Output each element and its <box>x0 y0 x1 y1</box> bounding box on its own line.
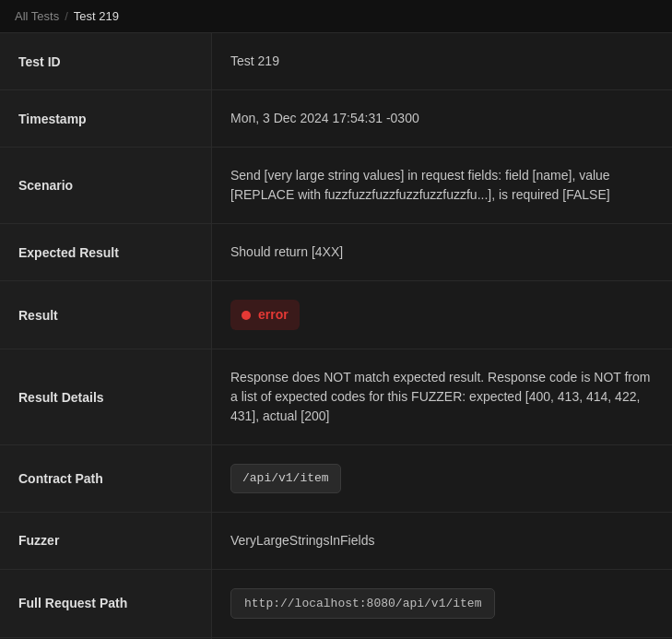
table-row: Contract Path/api/v1/item <box>0 445 672 513</box>
table-row: Expected ResultShould return [4XX] <box>0 224 672 281</box>
table-row: FuzzerVeryLargeStringsInFields <box>0 513 672 570</box>
row-value: Should return [4XX] <box>212 224 672 280</box>
detail-content: Test IDTest 219TimestampMon, 3 Dec 2024 … <box>0 33 672 639</box>
row-value: Send [very large string values] in reque… <box>212 148 672 223</box>
breadcrumb-separator: / <box>65 9 68 23</box>
row-label: Full Request Path <box>0 570 212 638</box>
row-value: http://localhost:8080/api/v1/item <box>212 570 672 638</box>
table-row: Result DetailsResponse does NOT match ex… <box>0 349 672 445</box>
row-value: Response does NOT match expected result.… <box>212 349 672 444</box>
row-label: Expected Result <box>0 224 212 280</box>
contract-path-badge: /api/v1/item <box>230 464 341 493</box>
row-value: VeryLargeStringsInFields <box>212 513 672 569</box>
row-value: error <box>212 281 672 349</box>
table-row: Full Request Pathhttp://localhost:8080/a… <box>0 570 672 639</box>
breadcrumb-all-tests[interactable]: All Tests <box>15 9 59 23</box>
row-value: Mon, 3 Dec 2024 17:54:31 -0300 <box>212 90 672 147</box>
row-value: /api/v1/item <box>212 445 672 512</box>
error-badge: error <box>230 300 300 330</box>
row-label: Contract Path <box>0 445 212 512</box>
row-value: Test 219 <box>212 33 672 89</box>
table-row: Test IDTest 219 <box>0 33 672 90</box>
row-label: Timestamp <box>0 90 212 147</box>
url-badge: http://localhost:8080/api/v1/item <box>230 588 495 620</box>
breadcrumb: All Tests / Test 219 <box>0 0 672 33</box>
error-label: error <box>258 305 289 325</box>
breadcrumb-current: Test 219 <box>74 9 119 23</box>
row-label: Scenario <box>0 148 212 223</box>
row-label: Test ID <box>0 33 212 89</box>
error-dot <box>242 311 251 320</box>
table-row: ScenarioSend [very large string values] … <box>0 148 672 224</box>
table-row: Resulterror <box>0 281 672 349</box>
row-label: Fuzzer <box>0 513 212 569</box>
row-label: Result <box>0 281 212 349</box>
table-row: TimestampMon, 3 Dec 2024 17:54:31 -0300 <box>0 90 672 148</box>
row-label: Result Details <box>0 349 212 444</box>
